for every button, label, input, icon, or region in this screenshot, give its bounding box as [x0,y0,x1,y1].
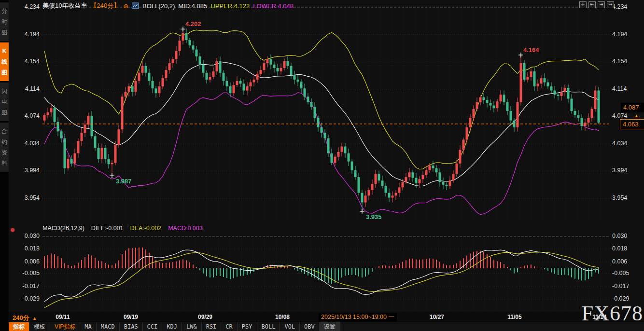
macd-tick-left: -0.029 [16,295,40,302]
toolbar-item-RSI[interactable]: RSI [202,322,222,331]
toolbar-item-PSY[interactable]: PSY [238,322,257,331]
price-tick-left: 3.994 [16,167,40,174]
toolbar-item-VIP指标[interactable]: VIP指标 [50,322,80,331]
annotation-low: 3.987 [116,178,132,185]
date-label: 11/05 [507,314,521,320]
macd-tick-right: 0.018 [612,245,627,252]
price-tick-right: 4.154 [612,58,627,65]
up-triangle-icon: ▲ [32,316,37,321]
price-tick-right: 4.114 [612,85,627,92]
chart-canvas[interactable] [0,0,644,331]
toolbar-item-CCI[interactable]: CCI [143,322,163,331]
date-label: 09/19 [124,314,138,320]
price-tick-left: 4.114 [16,85,40,92]
selected-candle-tooltip: 2025/10/13 15:00~19:00 一 [319,313,397,321]
toolbar-item-指标[interactable]: 指标 [9,322,29,331]
sidebar-tab-K线图[interactable]: K线图 [0,42,9,81]
toolbar-item-KDJ[interactable]: KDJ [162,322,182,331]
toolbar-item-CR[interactable]: CR [221,322,237,331]
price-tick-left: 4.234 [16,3,40,10]
date-label: 09/11 [56,314,70,320]
macd-tick-left: -0.017 [16,283,40,290]
macd-tick-left: 0.006 [16,258,40,265]
last-price-label: 4.087 [621,103,644,112]
date-label: 10/27 [430,314,444,320]
macd-tick-right: 0.030 [612,233,627,239]
period-dropdown-label: 240分 [13,314,29,321]
toolbar-item-设置[interactable]: 设置 [320,322,340,331]
macd-label: MACD(26,12,9) [42,225,84,232]
macd-header: MACD(26,12,9) DIFF:-0.001 DEA:-0.002 MAC… [42,225,203,232]
macd-tick-right: -0.005 [612,270,629,276]
macd-tick-right: -0.029 [612,295,629,302]
price-tick-left: 4.194 [16,31,40,38]
chart-header: 美债10年收益率 【240分】 ⊕ BOLL(20,2) MID:4.085 U… [42,1,294,10]
annotation-low: 3.935 [366,213,382,221]
price-tick-right: 3.954 [612,194,627,201]
price-tick-left: 3.954 [16,194,40,201]
sidebar-tab-合约资料[interactable]: 合约资料 [0,123,9,172]
price-tick-right: 4.234 [612,3,627,10]
macd-diff-value: DIFF:-0.001 [91,225,124,232]
boll-upper-value: UPPER:4.122 [210,2,250,10]
date-label: 09/29 [198,314,212,320]
macd-tick-left: 0.030 [16,233,40,239]
toolbar-item-MA[interactable]: MA [80,322,96,331]
indicator-toolbar: 指标模板VIP指标MAMACDBIASCCIKDJLW&RSICRPSYBOLL… [9,322,644,331]
period-tag: 【240分】 [90,1,120,10]
date-label: 10/08 [275,314,290,320]
toolbar-item-OBV[interactable]: OBV [300,322,320,331]
chart-app: 4.2344.2344.1944.1944.1544.1544.1144.114… [0,0,644,331]
price-tick-right: 4.074 [612,112,627,119]
macd-tick-right: 0.006 [612,258,627,265]
annotation-high: 4.202 [185,20,201,28]
price-tick-left: 4.074 [16,112,40,119]
watermark: FX678 [582,303,643,324]
price-tick-left: 4.154 [16,58,40,65]
toolbar-item-MACD[interactable]: MACD [97,322,120,331]
alert-price-label[interactable]: 4.063 [620,119,644,129]
page-title: 美债10年收益率 [42,1,87,10]
indicator-chart-icon [132,2,139,9]
macd-dea-value: DEA:-0.002 [130,225,162,232]
sidebar-tab-闪电图[interactable]: 闪电图 [0,83,9,121]
boll-lower-value: LOWER:4.048 [253,2,294,10]
boll-label: BOLL(20,2) [142,2,175,10]
boll-mid-value: MID:4.085 [178,2,207,10]
alert-pin-icon[interactable]: ▲ [633,114,640,118]
sidebar: 分时图K线图闪电图合约资料 [0,0,9,331]
price-tick-right: 4.034 [612,140,627,147]
annotation-high: 4.164 [523,46,539,54]
period-dropdown[interactable]: 240分▲ [13,314,37,322]
toolbar-item-BOLL[interactable]: BOLL [257,322,280,331]
macd-tick-left: -0.005 [16,270,40,276]
macd-tick-left: 0.018 [16,245,40,252]
toolbar-item-LW&[interactable]: LW& [182,322,202,331]
macd-hist-value: MACD:0.003 [168,225,203,232]
sidebar-tab-分时图[interactable]: 分时图 [0,2,9,41]
crosshair-icon[interactable]: ✛ [579,1,587,8]
toolbar-item-VOL[interactable]: VOL [280,322,300,331]
macd-tick-right: -0.017 [612,283,629,290]
price-tick-right: 4.194 [612,31,627,38]
indicator-flag-icon: ✹ [10,227,15,234]
fit-right-icon[interactable]: ⇥ [598,1,605,8]
price-tick-right: 3.994 [612,167,627,174]
toolbar-item-模板[interactable]: 模板 [29,322,50,331]
add-indicator-icon[interactable]: ⊕ [123,2,128,10]
toolbar-item-BIAS[interactable]: BIAS [120,322,143,331]
window-icons: ✛ ⇤ ⇥ ↦ [579,1,614,8]
pan-right-icon[interactable]: ↦ [607,1,614,8]
price-tick-left: 4.034 [16,140,40,147]
fit-left-icon[interactable]: ⇤ [588,1,596,8]
